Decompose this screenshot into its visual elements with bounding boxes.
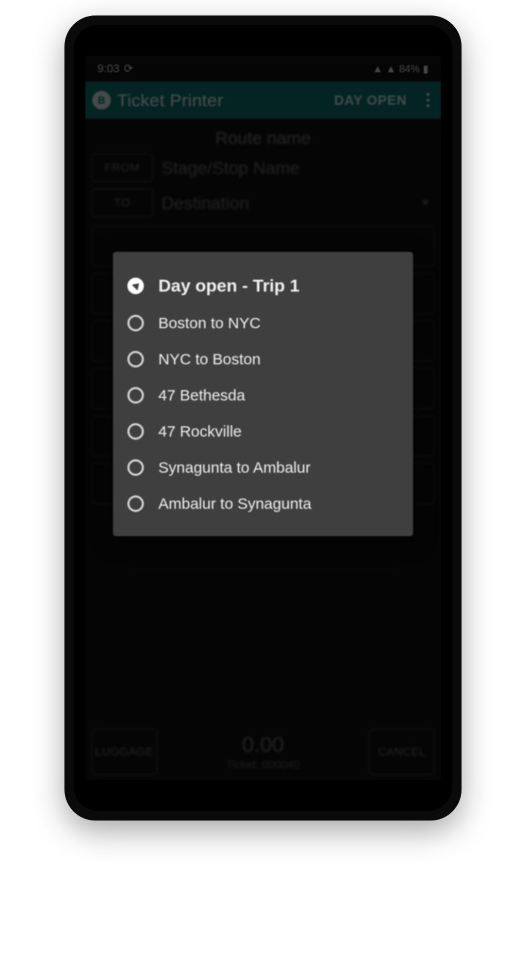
route-option[interactable]: NYC to Boston [124, 341, 403, 377]
battery-percent: 84% [399, 63, 420, 75]
status-time: 9:03 [97, 62, 120, 75]
from-value: Stage/Stop Name [161, 158, 300, 178]
from-tag[interactable]: FROM [91, 153, 153, 182]
to-value: Destination [161, 193, 249, 213]
radio-icon [127, 387, 144, 404]
route-option-label: Boston to NYC [158, 314, 260, 332]
route-option[interactable]: Ambalur to Synagunta [124, 486, 403, 522]
to-tag[interactable]: TO [91, 188, 153, 217]
chevron-down-icon [421, 200, 430, 205]
route-option-label: Synagunta to Ambalur [158, 459, 310, 476]
route-select-dialog: Day open - Trip 1Boston to NYCNYC to Bos… [113, 252, 413, 536]
ticket-center: 0.00 Ticket: 000040 [163, 732, 363, 772]
radio-icon [127, 423, 144, 440]
ticket-number: Ticket: 000040 [163, 758, 363, 772]
signal-icon: ▲ [386, 63, 396, 75]
route-option-label: Day open - Trip 1 [158, 276, 300, 296]
status-left: 9:03 ⟳ [97, 62, 133, 75]
route-option-label: 47 Bethesda [158, 387, 245, 404]
status-icon-sync: ⟳ [124, 62, 133, 75]
route-option[interactable]: 47 Rockville [124, 413, 403, 449]
to-field[interactable]: Destination [161, 193, 435, 213]
wifi-icon: ▲ [372, 63, 383, 75]
luggage-button[interactable]: LUGGAGE [91, 729, 157, 775]
radio-icon [127, 459, 144, 476]
route-option-label: 47 Rockville [158, 423, 242, 440]
app-logo-icon: B [92, 91, 111, 109]
route-option-label: Ambalur to Synagunta [158, 495, 311, 512]
from-row: FROM Stage/Stop Name [91, 153, 435, 182]
route-option[interactable]: Boston to NYC [124, 305, 403, 341]
route-name-label: Route name [91, 128, 435, 148]
to-row: TO Destination [91, 188, 435, 217]
battery-icon: ▮ [423, 62, 429, 75]
ticket-amount: 0.00 [163, 732, 363, 757]
day-open-button[interactable]: DAY OPEN [334, 92, 407, 108]
status-right: ▲ ▲ 84% ▮ [372, 62, 429, 75]
bottom-bar: LUGGAGE 0.00 Ticket: 000040 CANCEL [91, 729, 435, 775]
radio-selected-icon [127, 278, 144, 294]
route-option[interactable]: 47 Bethesda [124, 377, 403, 413]
cancel-button[interactable]: CANCEL [369, 729, 435, 775]
overflow-menu-icon[interactable] [422, 93, 434, 107]
radio-icon [127, 315, 144, 331]
app-title: Ticket Printer [117, 90, 328, 110]
from-field[interactable]: Stage/Stop Name [161, 158, 435, 178]
radio-icon [127, 351, 144, 367]
status-bar: 9:03 ⟳ ▲ ▲ 84% ▮ [85, 56, 441, 82]
route-option[interactable]: Day open - Trip 1 [124, 266, 403, 305]
app-bar: B Ticket Printer DAY OPEN [85, 82, 441, 119]
route-option-label: NYC to Boston [158, 350, 260, 368]
phone-frame: 9:03 ⟳ ▲ ▲ 84% ▮ B Ticket Printer DAY OP… [64, 15, 462, 821]
phone-inner: 9:03 ⟳ ▲ ▲ 84% ▮ B Ticket Printer DAY OP… [74, 25, 452, 811]
screen: 9:03 ⟳ ▲ ▲ 84% ▮ B Ticket Printer DAY OP… [85, 56, 441, 780]
route-option[interactable]: Synagunta to Ambalur [124, 449, 403, 486]
radio-icon [127, 495, 144, 512]
